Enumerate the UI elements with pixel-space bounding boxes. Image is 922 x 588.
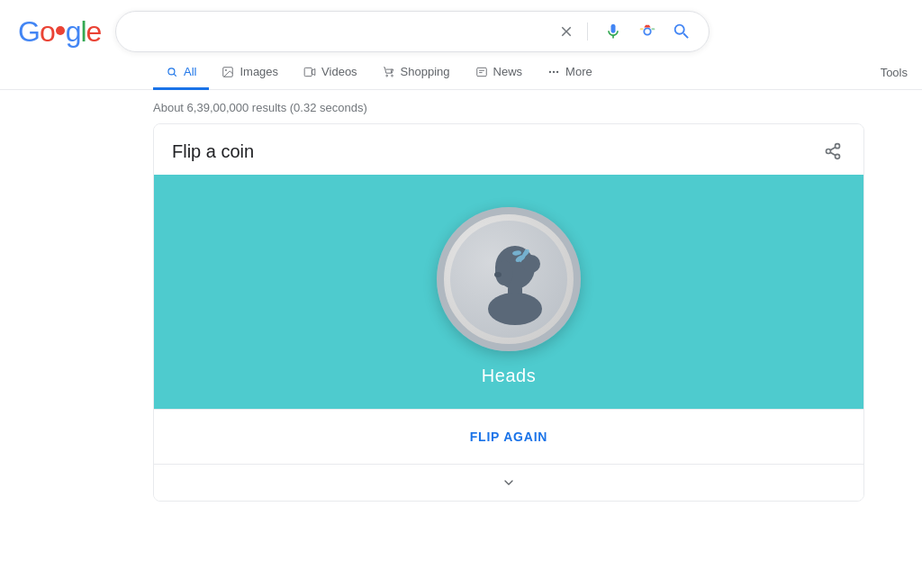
clear-button[interactable] xyxy=(558,23,574,40)
tab-shopping[interactable]: Shopping xyxy=(370,56,463,90)
divider xyxy=(587,23,588,41)
image-search-button[interactable] xyxy=(635,19,660,44)
svg-point-14 xyxy=(827,149,831,154)
google-logo[interactable]: Gogle xyxy=(18,17,101,46)
search-input[interactable]: Flip a coin xyxy=(131,23,549,40)
more-icon xyxy=(547,66,560,78)
coin-result: Heads xyxy=(482,366,536,386)
tab-more[interactable]: More xyxy=(535,56,605,90)
svg-rect-7 xyxy=(476,68,486,76)
logo-g: G xyxy=(18,15,40,48)
expand-row[interactable] xyxy=(154,464,863,501)
videos-icon xyxy=(303,66,316,78)
tab-videos-label: Videos xyxy=(321,65,357,78)
coin-card: Flip a coin xyxy=(153,123,864,502)
header: Gogle Flip a coin xyxy=(0,0,922,52)
svg-point-13 xyxy=(836,144,840,149)
news-icon xyxy=(475,66,488,78)
logo-dot xyxy=(56,26,65,35)
flip-again-row: FLIP AGAIN xyxy=(154,409,863,464)
svg-point-5 xyxy=(385,75,387,77)
tab-images-label: Images xyxy=(240,65,278,78)
results-info: About 6,39,00,000 results (0.32 seconds) xyxy=(0,90,922,123)
tab-news-label: News xyxy=(493,65,523,78)
tab-all[interactable]: All xyxy=(153,56,209,90)
svg-point-6 xyxy=(391,75,393,77)
svg-point-0 xyxy=(637,22,657,41)
svg-point-12 xyxy=(556,70,558,72)
results-count: About 6,39,00,000 results (0.32 seconds) xyxy=(153,101,367,114)
tools-label: Tools xyxy=(881,66,908,79)
coin xyxy=(437,207,581,351)
coin-card-header: Flip a coin xyxy=(154,124,863,175)
logo-e: e xyxy=(86,15,102,48)
search-bar: Flip a coin xyxy=(115,11,710,52)
tab-images[interactable]: Images xyxy=(209,56,291,90)
tab-more-label: More xyxy=(565,65,592,78)
logo-g2: g xyxy=(66,15,81,48)
svg-point-15 xyxy=(836,154,840,158)
chevron-down-icon xyxy=(502,475,516,490)
tools-tab[interactable]: Tools xyxy=(866,57,922,88)
search-icons xyxy=(558,19,694,44)
voice-search-button[interactable] xyxy=(601,19,626,44)
shopping-icon xyxy=(383,66,395,78)
svg-rect-4 xyxy=(304,68,312,76)
share-icon xyxy=(824,142,842,160)
svg-point-18 xyxy=(488,293,542,325)
svg-point-1 xyxy=(168,68,175,74)
coin-card-title: Flip a coin xyxy=(172,141,254,162)
share-button[interactable] xyxy=(820,139,845,164)
flip-again-button[interactable]: FLIP AGAIN xyxy=(456,424,563,449)
svg-point-25 xyxy=(494,272,502,277)
search-submit-button[interactable] xyxy=(669,19,694,44)
nav-tabs: All Images Videos Shopping News xyxy=(0,56,922,90)
svg-point-11 xyxy=(553,70,555,72)
tab-shopping-label: Shopping xyxy=(401,65,450,78)
tab-news[interactable]: News xyxy=(463,56,536,90)
coin-area: Heads xyxy=(154,175,863,409)
svg-point-3 xyxy=(226,69,228,71)
logo-o1: o xyxy=(40,15,55,48)
all-icon xyxy=(166,66,178,78)
coin-inner xyxy=(450,221,567,338)
tab-videos[interactable]: Videos xyxy=(291,56,370,90)
coin-face-svg xyxy=(468,230,549,329)
svg-point-10 xyxy=(549,70,551,72)
images-icon xyxy=(221,66,234,78)
tab-all-label: All xyxy=(184,65,196,78)
